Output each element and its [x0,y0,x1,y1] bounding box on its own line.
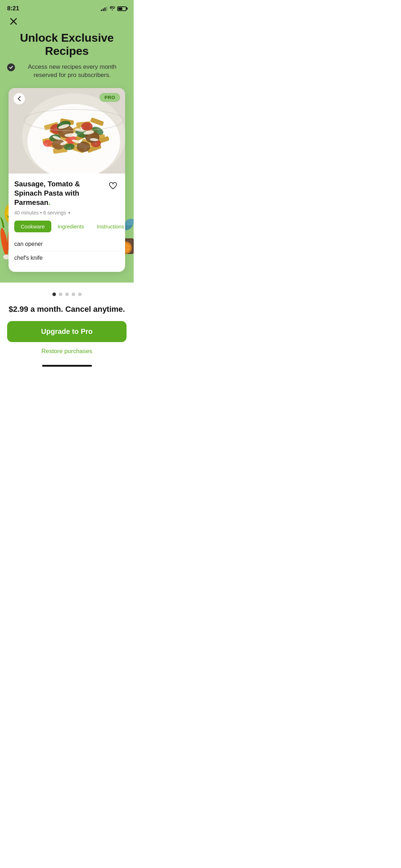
status-icons [101,6,127,11]
dot-1[interactable] [52,293,56,296]
cookware-item: can opener [14,237,119,251]
close-button[interactable] [7,15,20,28]
pro-badge: PRO [99,93,120,102]
white-section: $2.99 a month. Cancel anytime. Upgrade t… [0,283,134,377]
upgrade-button[interactable]: Upgrade to Pro [7,321,127,342]
signal-icon [101,6,107,11]
recipe-info: Sausage, Tomato & Spinach Pasta with Par… [9,174,125,272]
dot-2[interactable] [59,293,62,296]
tab-instructions[interactable]: Instructions [91,221,125,232]
dot-5[interactable] [78,293,82,296]
carousel-indicators [52,293,82,296]
cookware-list: can opener chef's knife [14,237,119,265]
recipe-meta: 40 minutes • 6 servings ▼ [14,210,119,216]
status-bar: 8:21 [0,0,134,15]
page-title: Unlock Exclusive Recipes [7,31,127,58]
carousel-prev-button[interactable] [14,93,25,104]
home-indicator [42,365,92,367]
dot-4[interactable] [72,293,75,296]
cookware-item: chef's knife [14,251,119,265]
wifi-icon [109,6,115,11]
tab-cookware[interactable]: Cookware [14,221,51,232]
recipe-image: PRO [9,88,125,174]
tab-ingredients[interactable]: Ingredients [51,221,91,232]
recipe-card: PRO Sausage, Tomato & Spinach Pasta with… [9,88,125,272]
price-text: $2.99 a month. Cancel anytime. [9,305,125,314]
recipe-tabs: Cookware Ingredients Instructions [14,221,119,232]
green-section: Unlock Exclusive Recipes Access new reci… [0,15,134,283]
recipe-title-row: Sausage, Tomato & Spinach Pasta with Par… [14,179,119,207]
battery-icon [117,6,127,11]
dot-3[interactable] [65,293,69,296]
recipe-title: Sausage, Tomato & Spinach Pasta with Par… [14,179,107,207]
subtitle-text: Access new recipes every month reserved … [18,63,127,80]
subtitle-row: Access new recipes every month reserved … [7,63,127,80]
check-icon [7,63,15,71]
restore-purchases-button[interactable]: Restore purchases [41,348,92,355]
status-time: 8:21 [7,5,19,12]
favorite-button[interactable] [107,179,119,192]
